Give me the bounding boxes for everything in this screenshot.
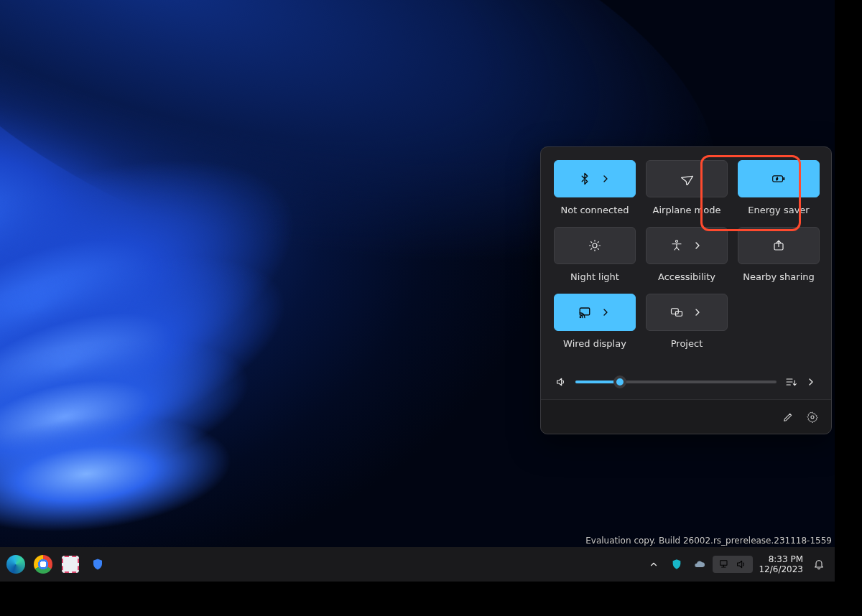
taskbar-clock[interactable]: 8:33 PM 12/6/2023 [756,553,806,576]
tile-energy-saver: Energy saver [738,160,820,215]
speaker-icon [736,559,747,570]
chevron-right-icon[interactable] [692,307,703,318]
chevron-right-icon[interactable] [600,173,611,185]
settings-icon[interactable] [807,411,818,423]
tile-project: Project [646,294,728,349]
tile-label: Project [671,338,703,349]
tile-nearby-sharing: Nearby sharing [738,227,820,282]
tile-label: Energy saver [748,205,809,215]
chevron-right-icon[interactable] [692,240,703,251]
chevron-up-icon [649,559,659,569]
chevron-right-icon[interactable] [600,307,611,318]
accessibility-icon [670,239,683,252]
tray-onedrive-icon[interactable] [690,554,710,574]
taskbar-app-chrome[interactable] [33,554,53,574]
quick-settings-footer [541,399,831,434]
tile-label: Not connected [561,205,629,215]
speaker-icon[interactable] [555,376,567,388]
tray-notifications-icon[interactable] [809,554,829,574]
nearby-sharing-toggle[interactable] [738,227,820,264]
wired-display-toggle[interactable] [554,294,636,331]
energy-saver-toggle[interactable] [738,160,820,197]
tile-night-light: Night light [554,227,636,282]
network-icon [718,559,730,570]
svg-point-9 [811,416,814,419]
taskbar: 8:33 PM 12/6/2023 [0,547,835,582]
tile-label: Night light [570,271,619,282]
tile-label: Wired display [563,338,626,349]
tile-accessibility: Accessibility [646,227,728,282]
tile-label: Nearby sharing [743,271,815,282]
chevron-right-icon[interactable] [805,376,817,388]
taskbar-time: 8:33 PM [759,554,803,564]
tile-label: Accessibility [658,271,715,282]
project-toggle[interactable] [646,294,728,331]
edit-icon[interactable] [782,411,794,423]
shield-icon [671,559,682,570]
windows-build-watermark: Evaluation copy. Build 26002.rs_prerelea… [585,536,832,546]
battery-leaf-icon [772,172,785,185]
quick-settings-panel: Not connected Airplane mode Energy saver [540,146,832,434]
tile-bluetooth: Not connected [554,160,636,215]
tray-security-icon[interactable] [667,554,687,574]
airplane-mode-toggle[interactable] [646,160,728,197]
shield-icon [91,558,104,571]
bluetooth-toggle[interactable] [554,160,636,197]
audio-output-icon[interactable] [785,376,797,388]
tile-wired-display: Wired display [554,294,636,349]
night-light-toggle[interactable] [554,227,636,264]
svg-point-6 [580,317,581,318]
volume-slider[interactable] [575,381,777,383]
svg-point-2 [593,243,597,248]
tile-airplane-mode: Airplane mode [646,160,728,215]
taskbar-date: 12/6/2023 [759,564,803,574]
tray-overflow-chevron[interactable] [644,554,664,574]
accessibility-toggle[interactable] [646,227,728,264]
volume-row [554,372,818,391]
bell-icon [813,559,825,570]
project-icon [670,306,683,319]
taskbar-app-edge[interactable] [6,554,26,574]
cast-icon [578,306,591,319]
svg-rect-1 [783,177,784,180]
quick-settings-grid: Not connected Airplane mode Energy saver [554,160,818,349]
cloud-icon [694,559,705,570]
airplane-icon [680,172,693,185]
svg-point-3 [676,241,678,243]
brightness-icon [588,239,601,252]
taskbar-app-snipping-tool[interactable] [60,554,80,574]
taskbar-app-windows-security[interactable] [88,554,108,574]
svg-rect-5 [580,308,590,315]
svg-rect-10 [720,561,727,566]
tray-network-volume-group[interactable] [713,556,753,573]
tile-label: Airplane mode [653,205,721,215]
bluetooth-icon [578,172,591,185]
share-icon [772,239,785,252]
